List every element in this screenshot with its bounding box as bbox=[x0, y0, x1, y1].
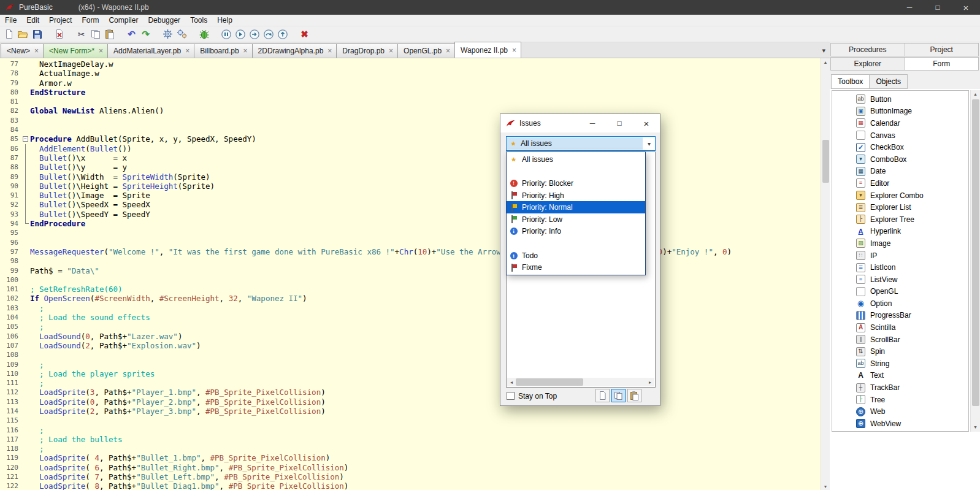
code-editor[interactable]: 77 NextImageDelay.w78 ActualImage.w79 Ar… bbox=[0, 58, 821, 490]
toolbox-item-option[interactable]: ◉Option bbox=[832, 297, 968, 310]
step-over-button[interactable] bbox=[261, 27, 275, 41]
menu-edit[interactable]: Edit bbox=[21, 15, 44, 26]
toolbox-item-scrollbar[interactable]: ∥ScrollBar bbox=[832, 334, 968, 346]
tab-close-icon[interactable]: × bbox=[99, 47, 103, 55]
toolbox-item-string[interactable]: abString bbox=[832, 358, 968, 370]
toolbox-item-listicon[interactable]: ≣ListIcon bbox=[832, 261, 968, 274]
window-maximize-button[interactable]: □ bbox=[924, 0, 952, 15]
editor-vscroll-thumb[interactable] bbox=[822, 140, 829, 183]
tab-close-icon[interactable]: × bbox=[185, 47, 189, 55]
toolbox-item-web[interactable]: ⊕Web bbox=[832, 405, 968, 418]
issues-filter-option[interactable]: iPriority: Info bbox=[507, 226, 645, 238]
menu-compiler[interactable]: Compiler bbox=[104, 15, 143, 26]
issues-filter-option[interactable]: Priority: Low bbox=[507, 213, 645, 226]
tab-close-icon[interactable]: × bbox=[512, 47, 516, 54]
toolbox-item-hyperlink[interactable]: AHyperlink bbox=[832, 226, 968, 238]
close-file-button[interactable] bbox=[52, 27, 66, 41]
tab-close-icon[interactable]: × bbox=[34, 47, 39, 55]
window-close-button[interactable]: × bbox=[952, 0, 980, 15]
subtab-toolbox[interactable]: Toolbox bbox=[831, 74, 870, 89]
tab-close-icon[interactable]: × bbox=[243, 47, 248, 55]
new-file-button[interactable] bbox=[2, 27, 16, 41]
menu-project[interactable]: Project bbox=[44, 15, 77, 26]
toolbox-item-explorer-combo[interactable]: ▾Explorer Combo bbox=[832, 189, 968, 202]
issues-filter-option[interactable]: Fixme bbox=[507, 261, 645, 274]
editor-tab-1[interactable]: <New Form>*× bbox=[43, 44, 108, 58]
subtab-objects[interactable]: Objects bbox=[869, 74, 908, 89]
issues-dialog-titlebar[interactable]: Issues ─ □ × bbox=[500, 114, 660, 132]
dialog-maximize-button[interactable]: □ bbox=[606, 114, 633, 132]
clear-issues-button[interactable] bbox=[595, 389, 610, 402]
copy-issues-button[interactable] bbox=[611, 389, 626, 402]
scroll-up-icon[interactable]: ▲ bbox=[821, 58, 830, 67]
editor-tab-6[interactable]: OpenGL.pb× bbox=[397, 44, 455, 58]
menu-file[interactable]: File bbox=[0, 15, 21, 26]
toolbox-item-progressbar[interactable]: ProgressBar bbox=[832, 310, 968, 322]
editor-tab-3[interactable]: Billboard.pb× bbox=[194, 44, 252, 58]
toolbox-item-calendar[interactable]: ▦Calendar bbox=[832, 117, 968, 129]
issues-filter-combobox[interactable]: * All issues ▾ bbox=[506, 136, 656, 151]
issues-filter-option[interactable]: Priority: Normal bbox=[507, 201, 645, 213]
panel-tab-procedures[interactable]: Procedures bbox=[830, 43, 905, 56]
continue-button[interactable] bbox=[233, 27, 247, 41]
toolbox-item-image[interactable]: ▨Image bbox=[832, 237, 968, 250]
toolbox-item-canvas[interactable]: Canvas bbox=[832, 129, 968, 142]
dialog-close-button[interactable]: × bbox=[633, 114, 660, 132]
undo-button[interactable]: ↶ bbox=[124, 27, 139, 41]
toolbox-item-checkbox[interactable]: ✓CheckBox bbox=[832, 141, 968, 153]
toolbox-item-spin[interactable]: ⇅Spin bbox=[832, 345, 968, 358]
menu-tools[interactable]: Tools bbox=[185, 15, 212, 26]
issues-list-hscrollbar[interactable]: ◂ ▸ bbox=[507, 378, 654, 386]
menu-form[interactable]: Form bbox=[77, 15, 104, 26]
dialog-minimize-button[interactable]: ─ bbox=[579, 114, 606, 132]
editor-tab-7[interactable]: Waponez II.pb× bbox=[454, 42, 521, 58]
menu-help[interactable]: Help bbox=[212, 15, 237, 26]
fold-collapse-icon[interactable]: − bbox=[23, 136, 28, 142]
scroll-left-icon[interactable]: ◂ bbox=[507, 380, 516, 385]
toolbox-item-explorer-tree[interactable]: ├Explorer Tree bbox=[832, 213, 968, 226]
editor-tab-4[interactable]: 2DDrawingAlpha.pb× bbox=[252, 44, 337, 58]
combobox-dropdown-icon[interactable]: ▾ bbox=[643, 137, 655, 150]
editor-tab-5[interactable]: DragDrop.pb× bbox=[336, 44, 398, 58]
toolbox-item-trackbar[interactable]: ┼TrackBar bbox=[832, 381, 968, 394]
editor-vscrollbar[interactable]: ▲ ▼ bbox=[821, 58, 830, 490]
toolbox-vscroll-thumb[interactable] bbox=[972, 99, 979, 406]
issues-filter-option[interactable]: *All issues bbox=[507, 153, 645, 166]
toolbox-item-scintilla[interactable]: AScintilla bbox=[832, 321, 968, 334]
scroll-up-icon[interactable]: ▲ bbox=[971, 90, 980, 99]
toolbox-item-webview[interactable]: ⊕WebView bbox=[832, 418, 968, 430]
toolbox-item-ip[interactable]: ∷IP bbox=[832, 250, 968, 262]
issues-filter-option[interactable]: iTodo bbox=[507, 250, 645, 262]
run-debugger-button[interactable] bbox=[197, 27, 211, 41]
open-file-button[interactable] bbox=[16, 27, 30, 41]
issues-filter-option[interactable]: !Priority: Blocker bbox=[507, 177, 645, 189]
tab-list-dropdown-icon[interactable]: ▾ bbox=[822, 47, 825, 55]
toolbox-item-text[interactable]: AText bbox=[832, 370, 968, 382]
editor-tab-0[interactable]: <New>× bbox=[1, 44, 44, 58]
panel-tab-explorer[interactable]: Explorer bbox=[830, 57, 905, 71]
copy-button[interactable] bbox=[88, 27, 102, 41]
panel-tab-project[interactable]: Project bbox=[905, 43, 979, 56]
cut-button[interactable]: ✂ bbox=[74, 27, 88, 41]
save-file-button[interactable] bbox=[30, 27, 44, 41]
scroll-down-icon[interactable]: ▼ bbox=[971, 423, 980, 432]
toolbox-item-opengl[interactable]: OpenGL bbox=[832, 286, 968, 298]
menu-debugger[interactable]: Debugger bbox=[143, 15, 185, 26]
tab-close-icon[interactable]: × bbox=[446, 47, 450, 55]
redo-button[interactable]: ↷ bbox=[139, 27, 153, 41]
panel-tab-form[interactable]: Form bbox=[905, 57, 979, 71]
step-out-button[interactable] bbox=[275, 27, 289, 41]
toolbox-vscrollbar[interactable]: ▲ ▼ bbox=[970, 90, 980, 432]
step-button[interactable] bbox=[247, 27, 261, 41]
toolbox-item-button[interactable]: abButton bbox=[832, 93, 968, 105]
toolbox-item-editor[interactable]: ≡Editor bbox=[832, 177, 968, 189]
stop-button[interactable] bbox=[219, 27, 233, 41]
tab-close-icon[interactable]: × bbox=[389, 47, 393, 55]
scroll-right-icon[interactable]: ▸ bbox=[646, 380, 654, 385]
tab-close-icon[interactable]: × bbox=[327, 47, 332, 55]
paste-button[interactable] bbox=[102, 27, 117, 41]
toolbox-item-date[interactable]: ▦Date bbox=[832, 166, 968, 178]
kill-program-button[interactable]: ✖ bbox=[297, 27, 312, 41]
toolbox-item-buttonimage[interactable]: ▣ButtonImage bbox=[832, 105, 968, 118]
toolbox-item-combobox[interactable]: ▾ComboBox bbox=[832, 153, 968, 166]
